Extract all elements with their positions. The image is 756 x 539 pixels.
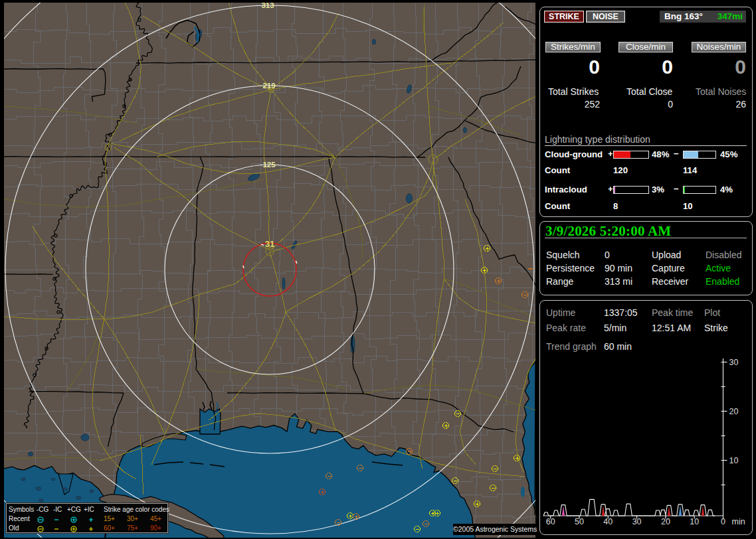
- svg-text:50: 50: [575, 517, 584, 526]
- svg-text:313: 313: [261, 3, 274, 9]
- svg-text:20: 20: [729, 407, 739, 416]
- svg-text:40: 40: [603, 517, 613, 526]
- svg-text:60: 60: [546, 517, 555, 526]
- svg-text:30: 30: [729, 358, 739, 367]
- svg-text:0: 0: [721, 517, 725, 526]
- svg-text:20: 20: [661, 517, 670, 526]
- svg-text:10: 10: [729, 456, 739, 465]
- svg-text:min: min: [732, 517, 745, 526]
- svg-text:10: 10: [690, 517, 699, 526]
- svg-text:31: 31: [265, 239, 274, 249]
- svg-text:125: 125: [262, 161, 276, 169]
- svg-text:219: 219: [262, 82, 275, 90]
- svg-text:30: 30: [632, 517, 642, 526]
